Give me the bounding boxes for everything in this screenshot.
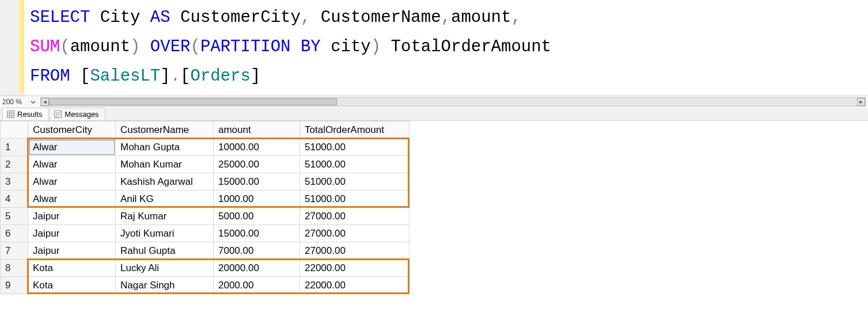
cell-city[interactable]: Alwar	[28, 156, 116, 173]
cell-total[interactable]: 51000.00	[300, 139, 410, 156]
tok-customername: CustomerName	[321, 8, 441, 27]
cell-city[interactable]: Jaipur	[28, 242, 116, 260]
rownum-header[interactable]	[1, 121, 28, 139]
tab-messages-label: Messages	[65, 110, 98, 119]
rownum-cell[interactable]: 5	[1, 208, 28, 225]
table-row[interactable]: 1AlwarMohan Gupta10000.0051000.00	[1, 139, 410, 156]
col-header-total[interactable]: TotalOrderAmount	[300, 121, 410, 139]
cell-name[interactable]: Kashish Agarwal	[116, 173, 214, 191]
punct-paren: (	[190, 37, 200, 56]
rownum-cell[interactable]: 7	[1, 242, 28, 260]
punct-comma: ,	[301, 8, 310, 27]
tab-results-label: Results	[17, 110, 42, 119]
tok-amount: amount	[451, 8, 511, 27]
table-row[interactable]: 4AlwarAnil KG1000.0051000.00	[1, 191, 410, 208]
kw-over: OVER	[150, 37, 191, 56]
sql-code[interactable]: SELECT City AS CustomerCity, CustomerNam…	[24, 0, 868, 96]
rownum-cell[interactable]: 8	[1, 260, 28, 277]
cell-city[interactable]: Jaipur	[28, 208, 116, 225]
cell-amount[interactable]: 20000.00	[214, 260, 300, 277]
tok-city: city	[331, 37, 371, 56]
cell-city[interactable]: Kota	[28, 260, 116, 277]
results-pane: CustomerCity CustomerName amount TotalOr…	[0, 121, 868, 294]
cell-name[interactable]: Mohan Kumar	[116, 156, 214, 173]
cell-name[interactable]: Lucky Ali	[116, 260, 214, 277]
rownum-cell[interactable]: 3	[1, 173, 28, 191]
tok-alias: TotalOrderAmount	[391, 37, 551, 56]
results-tabs: Results Messages	[0, 108, 868, 121]
cell-amount[interactable]: 2000.00	[214, 277, 300, 294]
results-grid[interactable]: CustomerCity CustomerName amount TotalOr…	[0, 121, 410, 294]
tok-amount: amount	[70, 37, 130, 56]
cell-city[interactable]: Alwar	[28, 191, 116, 208]
col-header-amount[interactable]: amount	[214, 121, 300, 139]
rownum-cell[interactable]: 1	[1, 139, 28, 156]
col-header-city[interactable]: CustomerCity	[28, 121, 116, 139]
kw-select: SELECT	[30, 8, 90, 27]
col-header-name[interactable]: CustomerName	[116, 121, 214, 139]
kw-as: AS	[150, 8, 170, 27]
cell-amount[interactable]: 15000.00	[214, 225, 300, 242]
cell-total[interactable]: 22000.00	[300, 260, 410, 277]
cell-city[interactable]: Alwar	[28, 139, 116, 156]
cell-total[interactable]: 51000.00	[300, 156, 410, 173]
punct-comma: ,	[511, 8, 521, 27]
cell-city[interactable]: Jaipur	[28, 225, 116, 242]
tok-table: [SalesLT].[Orders]	[80, 67, 260, 86]
cell-name[interactable]: Mohan Gupta	[116, 139, 214, 156]
table-row[interactable]: 7JaipurRahul Gupta7000.0027000.00	[1, 242, 410, 260]
change-marker	[19, 0, 24, 92]
scroll-right-icon[interactable]: ►	[857, 98, 865, 106]
svg-rect-0	[7, 111, 14, 118]
cell-amount[interactable]: 25000.00	[214, 156, 300, 173]
cell-total[interactable]: 51000.00	[300, 173, 410, 191]
rownum-cell[interactable]: 4	[1, 191, 28, 208]
cell-amount[interactable]: 1000.00	[214, 191, 300, 208]
grid-icon	[6, 111, 14, 119]
cell-name[interactable]: Rahul Gupta	[116, 242, 214, 260]
cell-city[interactable]: Alwar	[28, 173, 116, 191]
cell-total[interactable]: 27000.00	[300, 225, 410, 242]
messages-icon	[54, 111, 62, 119]
zoom-bar: 200 % ◄ ►	[0, 96, 868, 108]
scrollbar-thumb[interactable]	[49, 98, 337, 105]
rownum-cell[interactable]: 2	[1, 156, 28, 173]
cell-city[interactable]: Kota	[28, 277, 116, 294]
zoom-level[interactable]: 200 %	[2, 98, 25, 106]
rownum-cell[interactable]: 6	[1, 225, 28, 242]
cell-name[interactable]: Nagar Singh	[116, 277, 214, 294]
table-row[interactable]: 8KotaLucky Ali20000.0022000.00	[1, 260, 410, 277]
table-row[interactable]: 9KotaNagar Singh2000.0022000.00	[1, 277, 410, 294]
punct-paren: )	[371, 37, 381, 56]
table-row[interactable]: 5JaipurRaj Kumar5000.0027000.00	[1, 208, 410, 225]
sql-editor[interactable]: SELECT City AS CustomerCity, CustomerNam…	[0, 0, 868, 96]
cell-name[interactable]: Anil KG	[116, 191, 214, 208]
cell-amount[interactable]: 15000.00	[214, 173, 300, 191]
tok-city: City	[100, 8, 150, 27]
editor-gutter	[0, 0, 24, 96]
cell-total[interactable]: 22000.00	[300, 277, 410, 294]
cell-name[interactable]: Jyoti Kumari	[116, 225, 214, 242]
punct-paren: (	[60, 37, 70, 56]
horizontal-scrollbar[interactable]: ◄ ►	[40, 97, 866, 106]
cell-total[interactable]: 51000.00	[300, 191, 410, 208]
table-row[interactable]: 6JaipurJyoti Kumari15000.0027000.00	[1, 225, 410, 242]
rownum-cell[interactable]: 9	[1, 277, 28, 294]
cell-name[interactable]: Raj Kumar	[116, 208, 214, 225]
kw-sum: SUM	[30, 37, 60, 56]
cell-amount[interactable]: 7000.00	[214, 242, 300, 260]
cell-amount[interactable]: 5000.00	[214, 208, 300, 225]
tab-results[interactable]: Results	[2, 108, 48, 120]
scroll-left-icon[interactable]: ◄	[41, 98, 49, 106]
kw-partitionby: PARTITION BY	[200, 37, 321, 56]
chevron-down-icon[interactable]	[29, 98, 37, 106]
punct-paren: )	[130, 37, 140, 56]
table-row[interactable]: 2AlwarMohan Kumar25000.0051000.00	[1, 156, 410, 173]
cell-total[interactable]: 27000.00	[300, 208, 410, 225]
table-row[interactable]: 3AlwarKashish Agarwal15000.0051000.00	[1, 173, 410, 191]
cell-amount[interactable]: 10000.00	[214, 139, 300, 156]
tok-customercity: CustomerCity	[180, 8, 301, 27]
kw-from: FROM	[30, 67, 70, 86]
tab-messages[interactable]: Messages	[50, 108, 105, 120]
cell-total[interactable]: 27000.00	[300, 242, 410, 260]
